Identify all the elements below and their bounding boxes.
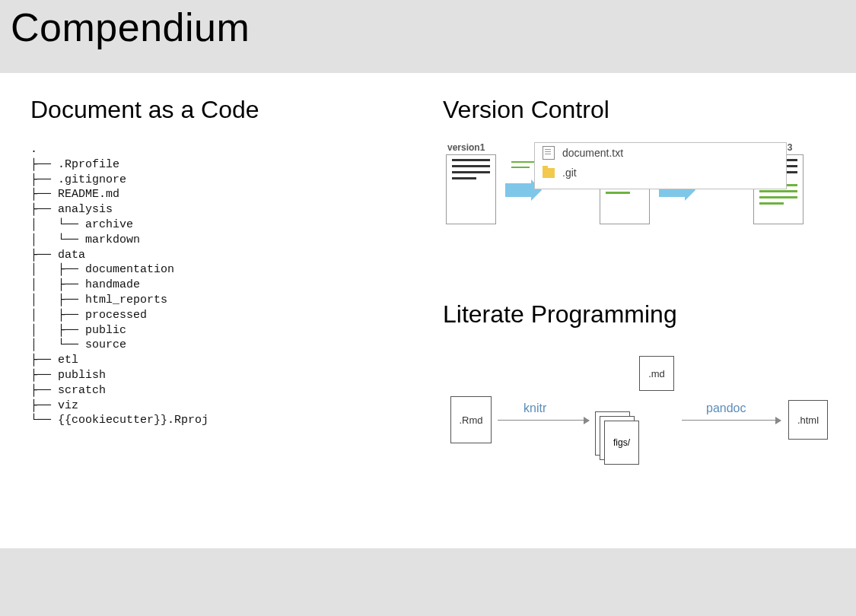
right-column: Version Control version1 + changes = ver… [443,96,838,491]
html-box: .html [788,400,828,440]
pandoc-arrow [682,420,781,421]
document-filename: document.txt [562,147,623,159]
literate-programming-diagram: .Rmd knitr .md figs/ pandoc .html [443,347,838,491]
slide: Compendium Document as a Code . ├── .Rpr… [0,0,856,616]
md-box: .md [639,356,674,391]
knitr-label: knitr [523,402,546,415]
git-dirname: .git [562,167,577,179]
content-area: Document as a Code . ├── .Rprofile ├── .… [0,73,856,548]
figs-label: figs/ [604,421,639,465]
knitr-arrow [498,420,589,421]
version1-doc-icon [446,154,496,224]
rmd-box: .Rmd [450,396,492,443]
document-as-code-title: Document as a Code [30,96,396,124]
header-bar: Compendium [0,0,856,75]
version1-label: version1 [447,142,485,153]
left-column: Document as a Code . ├── .Rprofile ├── .… [30,96,396,428]
folder-icon [543,168,555,178]
file-row-document: document.txt [535,143,786,163]
version-control-title: Version Control [443,96,838,124]
slide-title: Compendium [0,0,856,50]
footer-bar [0,548,856,616]
directory-tree: . ├── .Rprofile ├── .gitignore ├── READM… [30,142,396,428]
literate-programming-title: Literate Programming [443,300,838,329]
file-row-git: .git [535,163,786,183]
file-listing: document.txt .git [534,142,787,189]
text-file-icon [543,146,555,160]
pandoc-label: pandoc [706,402,746,415]
version-control-diagram: version1 + changes = version2 + chang [443,142,838,279]
